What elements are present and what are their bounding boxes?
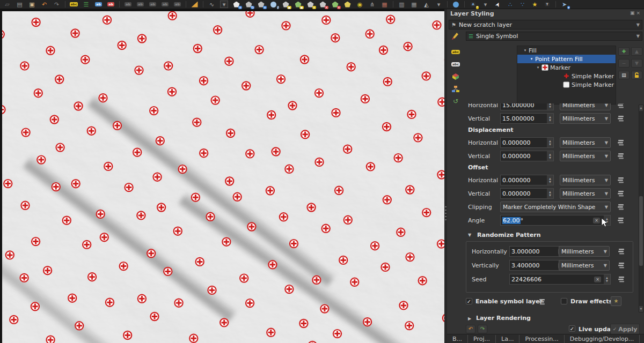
vertical-spinbox[interactable]: 0.000000▲▼: [500, 151, 554, 161]
layer-rendering-section[interactable]: ▶ Layer Rendering: [447, 315, 637, 323]
toolbar-delete-feature-icon[interactable]: ×: [331, 1, 339, 8]
effects-star-button[interactable]: ★: [611, 296, 621, 306]
unit-dropdown[interactable]: Millimeters▼: [559, 260, 610, 271]
angle-spinbox[interactable]: 62.00 °×▲▼: [500, 215, 611, 226]
tree-expand-icon[interactable]: ▾: [528, 57, 535, 61]
scroll-up-icon[interactable]: ▲: [639, 105, 643, 111]
float-panel-icon[interactable]: ▣: [630, 10, 636, 16]
toolbar-annotation-dropdown-icon[interactable]: ▾: [481, 1, 489, 8]
toolbar-select-dropdown-icon[interactable]: ▾: [435, 1, 443, 8]
unit-dropdown[interactable]: Millimeters▼: [560, 175, 611, 185]
unit-dropdown[interactable]: Millimeters▼: [560, 103, 611, 110]
toolbar-label-properties-icon[interactable]: ab: [161, 1, 169, 8]
tab-diagrams[interactable]: [450, 85, 461, 93]
settings-scrollbar[interactable]: ▲ ▼: [639, 105, 643, 312]
toolbar-text-annotation-icon[interactable]: T: [543, 1, 551, 8]
spinner-arrows[interactable]: ▲▼: [546, 103, 553, 110]
spinner-arrows[interactable]: ▲▼: [546, 151, 553, 161]
tab-3d-view[interactable]: [450, 72, 461, 81]
enable-symbol-layer-checkbox[interactable]: ✓: [466, 298, 472, 304]
vertical-spinbox[interactable]: 0.000000▲▼: [500, 188, 554, 199]
save-symbol-button[interactable]: ▤: [618, 71, 630, 79]
unit-dropdown[interactable]: Millimeters▼: [559, 246, 610, 257]
spinner-arrows[interactable]: ▲▼: [546, 114, 553, 123]
data-defined-override-icon[interactable]: [617, 247, 626, 256]
dock-tab[interactable]: Debugging/Develop...: [565, 335, 640, 343]
dock-tab[interactable]: La...: [496, 335, 519, 343]
horizontal-spinbox[interactable]: 15.000000▲▼: [500, 103, 554, 110]
data-defined-override-icon[interactable]: [616, 203, 626, 211]
tree-expand-icon[interactable]: ▾: [535, 65, 541, 70]
randomize-pattern-section[interactable]: ▼ Randomize Pattern: [447, 232, 637, 240]
toolbar-annotation-icon[interactable]: A*: [469, 1, 477, 8]
symbol-tree-row[interactable]: ▾Marker: [517, 63, 616, 72]
seed-spinbox[interactable]: 22426606×▲▼: [509, 274, 611, 285]
live-update-checkbox[interactable]: ✓: [569, 325, 575, 332]
data-defined-override-icon[interactable]: [616, 138, 626, 147]
map-canvas[interactable]: [2, 11, 444, 343]
toolbar-undo-icon[interactable]: ↶: [40, 1, 48, 8]
unit-dropdown[interactable]: Millimeters▼: [560, 188, 611, 199]
toolbar-layer-labeling-icon[interactable]: abc: [70, 1, 78, 8]
toolbar-fill-ring-icon[interactable]: [343, 1, 352, 8]
toolbar-attributes-table-icon[interactable]: ▦: [410, 1, 418, 8]
move-up-button[interactable]: ▲: [631, 47, 642, 56]
toolbar-split-parts-icon[interactable]: ▣: [282, 1, 290, 8]
unit-dropdown[interactable]: Millimeters▼: [560, 137, 611, 148]
data-defined-override-icon[interactable]: [616, 152, 626, 160]
data-defined-override-icon[interactable]: [616, 103, 626, 109]
symbology-type-selector[interactable]: ☰ Single Symbol ▼: [466, 32, 642, 41]
toolbar-add-ring-icon[interactable]: ◉: [356, 1, 364, 8]
toolbar-label-tools-icon[interactable]: ab: [173, 1, 181, 8]
spinner-arrows[interactable]: ▲▼: [546, 189, 553, 198]
toolbar-favorites-icon[interactable]: ★: [531, 1, 539, 8]
toolbar-pointer-icon[interactable]: ➤: [494, 1, 502, 8]
lock-color-button[interactable]: [631, 71, 642, 79]
spinner-arrows[interactable]: ▲▼: [546, 138, 553, 147]
toolbar-move-feature-icon[interactable]: +: [257, 1, 265, 8]
data-defined-override-icon[interactable]: [616, 114, 626, 123]
dock-tab[interactable]: B...: [447, 335, 468, 343]
data-defined-override-icon[interactable]: [616, 189, 626, 198]
toolbar-layers-panel-icon[interactable]: ▥: [398, 1, 406, 8]
data-defined-override-icon[interactable]: [537, 297, 547, 306]
data-defined-override-icon[interactable]: [617, 275, 626, 284]
close-panel-icon[interactable]: ×: [636, 10, 642, 16]
add-symbol-layer-button[interactable]: ✚: [618, 47, 630, 56]
symbol-undo-button[interactable]: ↶: [466, 325, 475, 333]
tree-expand-icon[interactable]: ▾: [522, 48, 529, 53]
toolbar-pin-labels-icon[interactable]: ab: [94, 1, 103, 8]
toolbar-offset-curve-icon[interactable]: ▦: [380, 1, 389, 8]
toolbar-current-edits-icon[interactable]: ▱: [3, 1, 11, 8]
toolbar-measure-icon[interactable]: [191, 1, 199, 8]
toolbar-delete-ring-icon[interactable]: ×: [319, 1, 327, 8]
toolbar-redo-icon[interactable]: ↷: [53, 1, 61, 8]
apply-button[interactable]: ✓ Apply: [610, 324, 640, 334]
toolbar-move-label-icon[interactable]: ab: [124, 1, 132, 8]
tab-callouts[interactable]: abc: [450, 60, 461, 69]
horizontal-spinbox[interactable]: 0.000000▲▼: [500, 175, 554, 185]
draw-effects-checkbox[interactable]: [561, 298, 567, 304]
toolbar-rotate-label-icon[interactable]: ab: [136, 1, 144, 8]
dock-tab[interactable]: Processin...: [519, 335, 564, 343]
remove-symbol-layer-button[interactable]: −: [618, 59, 630, 68]
toolbar-highlight-labels-icon[interactable]: ab: [107, 1, 115, 8]
toolbar-select-by-form-icon[interactable]: ◭: [422, 1, 430, 8]
unit-dropdown[interactable]: Millimeters▼: [560, 151, 611, 161]
data-defined-override-icon[interactable]: [617, 261, 626, 270]
clipping-dropdown[interactable]: Marker Completely Within Shape▼: [500, 202, 611, 212]
toolbar-split-features-icon[interactable]: ▣: [294, 1, 302, 8]
toolbar-layer-diagram-icon[interactable]: ☰: [82, 1, 90, 8]
toolbar-paste-style-icon[interactable]: ▣: [28, 1, 36, 8]
toolbar-edit-nodes-icon[interactable]: ∴: [506, 1, 514, 8]
symbol-tree-row[interactable]: ▾Point Pattern Fill: [517, 55, 616, 63]
symbol-tree-row[interactable]: ▾Fill: [517, 46, 616, 55]
tab-labels[interactable]: abc: [450, 48, 461, 56]
toolbar-crs-globe-icon[interactable]: [452, 1, 460, 8]
toolbar-edit-nodes-alt-icon[interactable]: ∵: [518, 1, 526, 8]
toolbar-add-polygon-icon[interactable]: +: [232, 1, 240, 8]
layer-selector[interactable]: ⚑ New scratch layer ▼: [449, 20, 642, 29]
vertical-spinbox[interactable]: 15.000000▲▼: [500, 113, 554, 124]
symbol-tree-row[interactable]: Simple Marker: [517, 72, 616, 80]
toolbar-add-circular-icon[interactable]: ↻: [245, 1, 253, 8]
